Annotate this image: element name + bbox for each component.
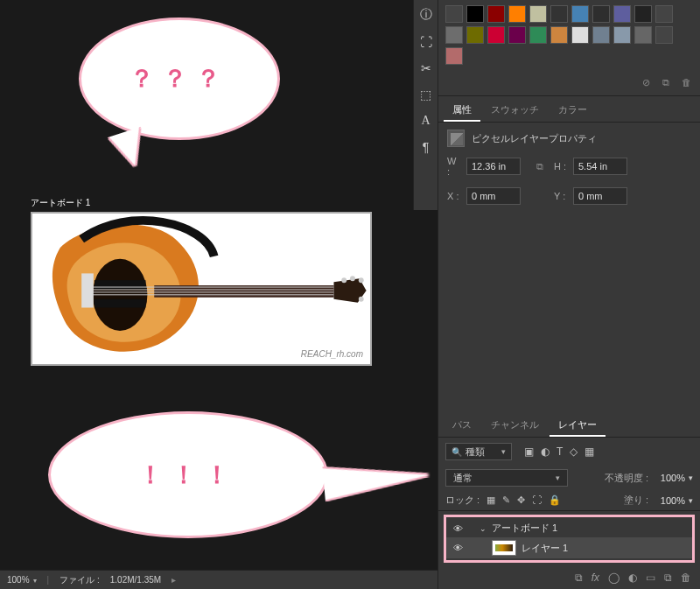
watermark: REACH_rh.com xyxy=(301,349,363,359)
tab-properties[interactable]: 属性 xyxy=(444,100,480,122)
height-input[interactable] xyxy=(573,158,627,175)
visibility-eye-icon[interactable]: 👁 xyxy=(452,543,464,553)
swatch[interactable] xyxy=(634,5,652,23)
canvas-area: アートボード 1 REACH_rh.com ？？？ ！！！ xyxy=(0,0,420,569)
lock-transparency-icon[interactable]: ▦ xyxy=(486,494,495,506)
width-input[interactable] xyxy=(466,158,521,175)
swatch[interactable] xyxy=(613,5,631,23)
right-panel: ⊘ ⧉ 🗑 属性 スウォッチ カラー ピクセルレイヤープロパティ W : ⧉ H… xyxy=(438,0,700,589)
status-bar: 100% | ファイル : 1.02M/1.35M ▸ xyxy=(0,570,438,589)
swatch[interactable] xyxy=(445,5,463,23)
fill-value[interactable]: 100% xyxy=(652,495,685,506)
swatch[interactable] xyxy=(613,26,631,44)
tab-paths[interactable]: パス xyxy=(444,415,480,437)
filter-image-icon[interactable]: ▣ xyxy=(524,445,534,458)
y-input[interactable] xyxy=(573,187,627,205)
layer-filter-kind-label: 種類 xyxy=(466,445,485,459)
cube-icon[interactable]: ⬚ xyxy=(420,88,431,102)
stamp-icon[interactable]: ⛶ xyxy=(420,35,432,49)
swatch[interactable] xyxy=(571,5,589,23)
layers-footer-icons: ⧉ fx ◯ ◐ ▭ ⧉ 🗑 xyxy=(438,566,700,589)
info-icon[interactable]: ⓘ xyxy=(420,7,432,23)
swatch[interactable] xyxy=(634,26,652,44)
delete-layer-icon[interactable]: 🗑 xyxy=(681,571,691,584)
chevron-down-icon[interactable]: ▾ xyxy=(689,473,693,482)
tab-channels[interactable]: チャンネル xyxy=(482,415,548,437)
swatch[interactable] xyxy=(466,26,484,44)
swatch[interactable] xyxy=(445,47,463,65)
chevron-down-icon[interactable]: ⌄ xyxy=(480,524,486,533)
chevron-down-icon[interactable]: ▾ xyxy=(689,496,693,505)
scissors-icon[interactable]: ✂ xyxy=(421,61,431,75)
swatch[interactable] xyxy=(487,5,505,23)
lock-label: ロック : xyxy=(445,494,480,507)
swatch[interactable] xyxy=(571,26,589,44)
search-icon: 🔍 xyxy=(452,447,462,457)
svg-point-13 xyxy=(359,297,364,302)
mask-icon[interactable]: ◯ xyxy=(608,571,620,584)
fx-icon[interactable]: fx xyxy=(592,571,599,584)
svg-point-11 xyxy=(350,276,355,281)
new-swatch-icon[interactable]: ⧉ xyxy=(662,77,669,88)
opacity-label: 不透明度 : xyxy=(605,472,648,485)
tool-icon-column: ⓘ ⛶ ✂ ⬚ A ¶ xyxy=(413,0,438,210)
swatch[interactable] xyxy=(655,5,673,23)
type-icon[interactable]: A xyxy=(421,114,430,128)
tab-layers[interactable]: レイヤー xyxy=(550,415,606,437)
swatch[interactable] xyxy=(529,5,547,23)
swatches-footer: ⊘ ⧉ 🗑 xyxy=(438,72,700,95)
fill-label: 塗り : xyxy=(624,494,648,507)
chevron-down-icon: ▾ xyxy=(556,473,560,482)
opacity-value[interactable]: 100% xyxy=(652,473,685,483)
filter-smart-icon[interactable]: ▦ xyxy=(584,445,594,458)
visibility-eye-icon[interactable]: 👁 xyxy=(452,523,464,534)
artboard[interactable]: REACH_rh.com xyxy=(31,212,372,366)
filter-type-icon[interactable]: T xyxy=(556,445,563,458)
layer-name: レイヤー 1 xyxy=(522,542,568,555)
swatch[interactable] xyxy=(508,5,526,23)
swatch[interactable] xyxy=(508,26,526,44)
swatches-section xyxy=(438,0,700,72)
layer-row-artboard[interactable]: 👁 ⌄ アートボード 1 xyxy=(446,519,692,537)
trash-icon[interactable]: 🗑 xyxy=(682,77,691,88)
swatch[interactable] xyxy=(655,26,673,44)
swatch[interactable] xyxy=(445,26,463,44)
lock-all-icon[interactable]: 🔒 xyxy=(549,494,561,506)
height-label: H : xyxy=(554,161,568,172)
paragraph-icon[interactable]: ¶ xyxy=(423,140,430,154)
layer-thumbnail[interactable] xyxy=(492,540,516,556)
swatch[interactable] xyxy=(550,5,568,23)
x-input[interactable] xyxy=(466,187,521,205)
swatch[interactable] xyxy=(550,26,568,44)
link-wh-icon[interactable]: ⧉ xyxy=(531,161,549,172)
tab-color[interactable]: カラー xyxy=(550,100,596,122)
blend-mode-label: 通常 xyxy=(453,472,472,485)
group-icon[interactable]: ▭ xyxy=(646,571,655,584)
lock-paint-icon[interactable]: ✎ xyxy=(502,494,510,506)
chevron-right-icon[interactable]: ▸ xyxy=(172,575,176,585)
blend-mode-select[interactable]: 通常 ▾ xyxy=(445,469,568,487)
artboard-name: アートボード 1 xyxy=(492,522,557,535)
link-layers-icon[interactable]: ⧉ xyxy=(575,571,583,584)
deny-icon[interactable]: ⊘ xyxy=(642,77,650,88)
zoom-value[interactable]: 100% xyxy=(7,575,37,585)
layer-row-layer1[interactable]: 👁 レイヤー 1 xyxy=(446,537,692,558)
swatch[interactable] xyxy=(592,5,610,23)
svg-point-10 xyxy=(341,277,346,283)
layer-filter-kind[interactable]: 🔍 種類 ▾ xyxy=(445,443,512,460)
properties-title: ピクセルレイヤープロパティ xyxy=(472,132,597,145)
adjustment-layer-icon[interactable]: ◐ xyxy=(628,571,637,584)
lock-position-icon[interactable]: ✥ xyxy=(517,494,525,506)
bubble-bottom-text: ！！！ xyxy=(138,459,238,492)
swatch[interactable] xyxy=(529,26,547,44)
lock-artboard-icon[interactable]: ⛶ xyxy=(532,494,542,506)
pixel-layer-icon xyxy=(447,130,465,147)
filter-shape-icon[interactable]: ◇ xyxy=(570,445,578,458)
swatch[interactable] xyxy=(592,26,610,44)
filter-adjust-icon[interactable]: ◐ xyxy=(541,445,550,458)
guitar-image xyxy=(32,214,370,364)
swatch[interactable] xyxy=(487,26,505,44)
tab-swatches[interactable]: スウォッチ xyxy=(482,100,548,122)
new-layer-icon[interactable]: ⧉ xyxy=(664,571,672,584)
swatch[interactable] xyxy=(466,5,484,23)
